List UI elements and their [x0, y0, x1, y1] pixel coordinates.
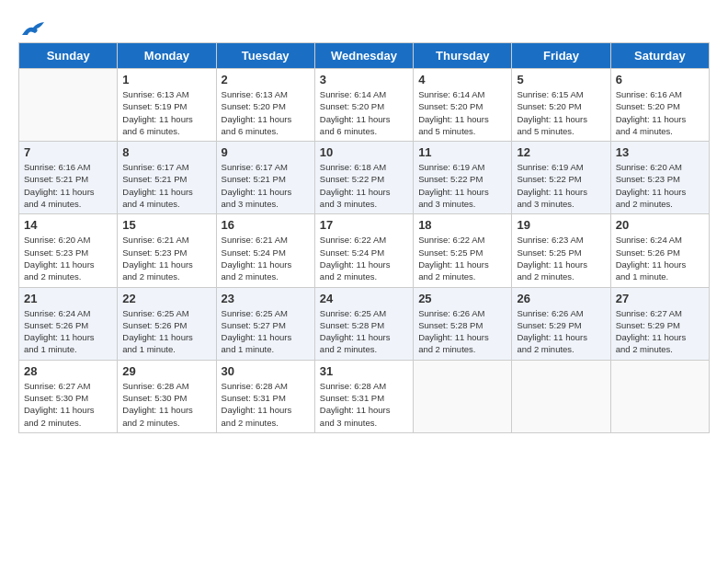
day-info: Sunrise: 6:25 AM Sunset: 5:26 PM Dayligh… [122, 307, 210, 356]
day-number: 30 [222, 364, 310, 378]
calendar-cell: 6Sunrise: 6:16 AM Sunset: 5:20 PM Daylig… [610, 69, 709, 142]
day-info: Sunrise: 6:13 AM Sunset: 5:20 PM Dayligh… [222, 88, 310, 137]
calendar-week-row: 1Sunrise: 6:13 AM Sunset: 5:19 PM Daylig… [19, 69, 710, 142]
calendar-cell: 1Sunrise: 6:13 AM Sunset: 5:19 PM Daylig… [118, 69, 216, 142]
day-info: Sunrise: 6:27 AM Sunset: 5:30 PM Dayligh… [24, 380, 112, 429]
day-info: Sunrise: 6:14 AM Sunset: 5:20 PM Dayligh… [418, 88, 506, 137]
calendar-cell [512, 360, 610, 432]
day-number: 1 [122, 73, 210, 86]
day-of-week-header: Sunday [19, 43, 118, 69]
calendar-cell: 31Sunrise: 6:28 AM Sunset: 5:31 PM Dayli… [314, 360, 413, 432]
calendar-cell: 14Sunrise: 6:20 AM Sunset: 5:23 PM Dayli… [19, 214, 118, 287]
day-info: Sunrise: 6:18 AM Sunset: 5:22 PM Dayligh… [320, 161, 408, 210]
day-number: 21 [24, 292, 112, 305]
day-info: Sunrise: 6:25 AM Sunset: 5:27 PM Dayligh… [222, 307, 310, 356]
calendar-cell: 27Sunrise: 6:27 AM Sunset: 5:29 PM Dayli… [610, 287, 709, 360]
day-info: Sunrise: 6:28 AM Sunset: 5:31 PM Dayligh… [222, 380, 310, 429]
day-info: Sunrise: 6:20 AM Sunset: 5:23 PM Dayligh… [24, 234, 112, 282]
calendar-table: SundayMondayTuesdayWednesdayThursdayFrid… [18, 42, 710, 433]
day-number: 17 [320, 218, 408, 232]
calendar-cell: 7Sunrise: 6:16 AM Sunset: 5:21 PM Daylig… [19, 142, 118, 214]
calendar-cell: 15Sunrise: 6:21 AM Sunset: 5:23 PM Dayli… [118, 214, 216, 287]
day-number: 15 [122, 218, 210, 232]
day-info: Sunrise: 6:17 AM Sunset: 5:21 PM Dayligh… [122, 161, 210, 210]
day-number: 31 [320, 364, 408, 378]
calendar-cell: 23Sunrise: 6:25 AM Sunset: 5:27 PM Dayli… [216, 287, 314, 360]
logo-bird-icon [20, 18, 46, 39]
day-info: Sunrise: 6:28 AM Sunset: 5:30 PM Dayligh… [122, 380, 210, 429]
day-info: Sunrise: 6:22 AM Sunset: 5:25 PM Dayligh… [418, 234, 506, 282]
calendar-header-row: SundayMondayTuesdayWednesdayThursdayFrid… [19, 43, 710, 69]
day-number: 29 [122, 364, 210, 378]
day-number: 24 [320, 292, 408, 305]
day-info: Sunrise: 6:15 AM Sunset: 5:20 PM Dayligh… [517, 88, 605, 137]
day-of-week-header: Monday [118, 43, 216, 69]
calendar-cell: 13Sunrise: 6:20 AM Sunset: 5:23 PM Dayli… [610, 142, 709, 214]
day-info: Sunrise: 6:14 AM Sunset: 5:20 PM Dayligh… [320, 88, 408, 137]
calendar-cell: 22Sunrise: 6:25 AM Sunset: 5:26 PM Dayli… [118, 287, 216, 360]
calendar-cell [19, 69, 118, 142]
day-number: 14 [24, 218, 112, 232]
day-info: Sunrise: 6:22 AM Sunset: 5:24 PM Dayligh… [320, 234, 408, 282]
day-number: 25 [418, 292, 506, 305]
day-number: 3 [320, 73, 408, 86]
calendar-cell: 26Sunrise: 6:26 AM Sunset: 5:29 PM Dayli… [512, 287, 610, 360]
day-info: Sunrise: 6:13 AM Sunset: 5:19 PM Dayligh… [122, 88, 210, 137]
calendar-cell: 24Sunrise: 6:25 AM Sunset: 5:28 PM Dayli… [314, 287, 413, 360]
calendar-cell: 28Sunrise: 6:27 AM Sunset: 5:30 PM Dayli… [19, 360, 118, 432]
day-number: 28 [24, 364, 112, 378]
day-of-week-header: Saturday [610, 43, 709, 69]
page-header [18, 18, 710, 33]
calendar-week-row: 14Sunrise: 6:20 AM Sunset: 5:23 PM Dayli… [19, 214, 710, 287]
day-info: Sunrise: 6:16 AM Sunset: 5:20 PM Dayligh… [616, 88, 704, 137]
day-info: Sunrise: 6:26 AM Sunset: 5:28 PM Dayligh… [418, 307, 506, 356]
day-number: 6 [616, 73, 704, 86]
day-info: Sunrise: 6:28 AM Sunset: 5:31 PM Dayligh… [320, 380, 408, 429]
calendar-cell: 21Sunrise: 6:24 AM Sunset: 5:26 PM Dayli… [19, 287, 118, 360]
calendar-week-row: 28Sunrise: 6:27 AM Sunset: 5:30 PM Dayli… [19, 360, 710, 432]
day-info: Sunrise: 6:16 AM Sunset: 5:21 PM Dayligh… [24, 161, 112, 210]
calendar-cell: 20Sunrise: 6:24 AM Sunset: 5:26 PM Dayli… [610, 214, 709, 287]
day-number: 19 [517, 218, 605, 232]
day-info: Sunrise: 6:26 AM Sunset: 5:29 PM Dayligh… [517, 307, 605, 356]
day-number: 26 [517, 292, 605, 305]
day-number: 18 [418, 218, 506, 232]
day-number: 22 [122, 292, 210, 305]
day-number: 12 [517, 145, 605, 159]
day-of-week-header: Tuesday [216, 43, 314, 69]
calendar-cell: 11Sunrise: 6:19 AM Sunset: 5:22 PM Dayli… [414, 142, 512, 214]
day-of-week-header: Thursday [414, 43, 512, 69]
calendar-cell [414, 360, 512, 432]
day-number: 10 [320, 145, 408, 159]
calendar-week-row: 21Sunrise: 6:24 AM Sunset: 5:26 PM Dayli… [19, 287, 710, 360]
calendar-cell: 25Sunrise: 6:26 AM Sunset: 5:28 PM Dayli… [414, 287, 512, 360]
day-number: 20 [616, 218, 704, 232]
day-number: 5 [517, 73, 605, 86]
day-info: Sunrise: 6:17 AM Sunset: 5:21 PM Dayligh… [222, 161, 310, 210]
day-of-week-header: Wednesday [314, 43, 413, 69]
day-info: Sunrise: 6:23 AM Sunset: 5:25 PM Dayligh… [517, 234, 605, 282]
day-info: Sunrise: 6:19 AM Sunset: 5:22 PM Dayligh… [517, 161, 605, 210]
calendar-cell: 29Sunrise: 6:28 AM Sunset: 5:30 PM Dayli… [118, 360, 216, 432]
day-number: 9 [222, 145, 310, 159]
calendar-cell: 12Sunrise: 6:19 AM Sunset: 5:22 PM Dayli… [512, 142, 610, 214]
day-number: 8 [122, 145, 210, 159]
day-number: 4 [418, 73, 506, 86]
day-info: Sunrise: 6:21 AM Sunset: 5:24 PM Dayligh… [222, 234, 310, 282]
calendar-cell: 19Sunrise: 6:23 AM Sunset: 5:25 PM Dayli… [512, 214, 610, 287]
day-info: Sunrise: 6:19 AM Sunset: 5:22 PM Dayligh… [418, 161, 506, 210]
calendar-cell: 4Sunrise: 6:14 AM Sunset: 5:20 PM Daylig… [414, 69, 512, 142]
day-number: 11 [418, 145, 506, 159]
day-of-week-header: Friday [512, 43, 610, 69]
day-number: 16 [222, 218, 310, 232]
calendar-cell: 18Sunrise: 6:22 AM Sunset: 5:25 PM Dayli… [414, 214, 512, 287]
day-info: Sunrise: 6:24 AM Sunset: 5:26 PM Dayligh… [616, 234, 704, 282]
day-info: Sunrise: 6:21 AM Sunset: 5:23 PM Dayligh… [122, 234, 210, 282]
calendar-cell: 30Sunrise: 6:28 AM Sunset: 5:31 PM Dayli… [216, 360, 314, 432]
calendar-cell: 2Sunrise: 6:13 AM Sunset: 5:20 PM Daylig… [216, 69, 314, 142]
day-info: Sunrise: 6:24 AM Sunset: 5:26 PM Dayligh… [24, 307, 112, 356]
calendar-cell: 5Sunrise: 6:15 AM Sunset: 5:20 PM Daylig… [512, 69, 610, 142]
day-number: 7 [24, 145, 112, 159]
day-number: 13 [616, 145, 704, 159]
calendar-cell [610, 360, 709, 432]
